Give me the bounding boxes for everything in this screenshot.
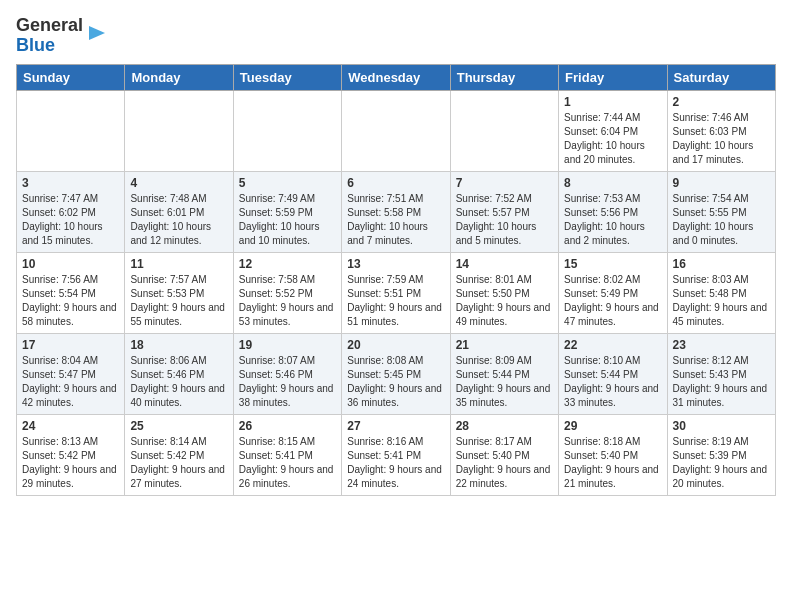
calendar-cell: 13Sunrise: 7:59 AMSunset: 5:51 PMDayligh… [342, 252, 450, 333]
svg-marker-0 [89, 26, 105, 40]
calendar-cell: 11Sunrise: 7:57 AMSunset: 5:53 PMDayligh… [125, 252, 233, 333]
calendar-cell: 18Sunrise: 8:06 AMSunset: 5:46 PMDayligh… [125, 333, 233, 414]
weekday-header-row: SundayMondayTuesdayWednesdayThursdayFrid… [17, 64, 776, 90]
day-number: 13 [347, 257, 444, 271]
day-number: 29 [564, 419, 661, 433]
calendar-cell: 3Sunrise: 7:47 AMSunset: 6:02 PMDaylight… [17, 171, 125, 252]
day-number: 2 [673, 95, 770, 109]
cell-info: Sunrise: 8:06 AMSunset: 5:46 PMDaylight:… [130, 354, 227, 410]
calendar-cell [450, 90, 558, 171]
calendar-cell: 12Sunrise: 7:58 AMSunset: 5:52 PMDayligh… [233, 252, 341, 333]
cell-info: Sunrise: 7:47 AMSunset: 6:02 PMDaylight:… [22, 192, 119, 248]
day-number: 30 [673, 419, 770, 433]
cell-info: Sunrise: 8:10 AMSunset: 5:44 PMDaylight:… [564, 354, 661, 410]
calendar-cell [233, 90, 341, 171]
calendar-cell: 6Sunrise: 7:51 AMSunset: 5:58 PMDaylight… [342, 171, 450, 252]
calendar-cell: 14Sunrise: 8:01 AMSunset: 5:50 PMDayligh… [450, 252, 558, 333]
calendar-table: SundayMondayTuesdayWednesdayThursdayFrid… [16, 64, 776, 496]
cell-info: Sunrise: 7:53 AMSunset: 5:56 PMDaylight:… [564, 192, 661, 248]
calendar-cell: 22Sunrise: 8:10 AMSunset: 5:44 PMDayligh… [559, 333, 667, 414]
cell-info: Sunrise: 7:48 AMSunset: 6:01 PMDaylight:… [130, 192, 227, 248]
cell-info: Sunrise: 8:18 AMSunset: 5:40 PMDaylight:… [564, 435, 661, 491]
calendar-cell: 8Sunrise: 7:53 AMSunset: 5:56 PMDaylight… [559, 171, 667, 252]
day-number: 23 [673, 338, 770, 352]
day-number: 9 [673, 176, 770, 190]
calendar-week-row-1: 1Sunrise: 7:44 AMSunset: 6:04 PMDaylight… [17, 90, 776, 171]
cell-info: Sunrise: 7:49 AMSunset: 5:59 PMDaylight:… [239, 192, 336, 248]
cell-info: Sunrise: 8:12 AMSunset: 5:43 PMDaylight:… [673, 354, 770, 410]
cell-info: Sunrise: 7:57 AMSunset: 5:53 PMDaylight:… [130, 273, 227, 329]
calendar-cell: 23Sunrise: 8:12 AMSunset: 5:43 PMDayligh… [667, 333, 775, 414]
day-number: 17 [22, 338, 119, 352]
cell-info: Sunrise: 8:04 AMSunset: 5:47 PMDaylight:… [22, 354, 119, 410]
calendar-cell: 19Sunrise: 8:07 AMSunset: 5:46 PMDayligh… [233, 333, 341, 414]
cell-info: Sunrise: 8:02 AMSunset: 5:49 PMDaylight:… [564, 273, 661, 329]
day-number: 27 [347, 419, 444, 433]
day-number: 1 [564, 95, 661, 109]
cell-info: Sunrise: 8:19 AMSunset: 5:39 PMDaylight:… [673, 435, 770, 491]
weekday-header-saturday: Saturday [667, 64, 775, 90]
logo: General Blue [16, 16, 107, 56]
calendar-cell [125, 90, 233, 171]
weekday-header-monday: Monday [125, 64, 233, 90]
day-number: 16 [673, 257, 770, 271]
cell-info: Sunrise: 7:59 AMSunset: 5:51 PMDaylight:… [347, 273, 444, 329]
calendar-cell: 28Sunrise: 8:17 AMSunset: 5:40 PMDayligh… [450, 414, 558, 495]
cell-info: Sunrise: 7:58 AMSunset: 5:52 PMDaylight:… [239, 273, 336, 329]
calendar-cell [17, 90, 125, 171]
day-number: 5 [239, 176, 336, 190]
calendar-cell: 9Sunrise: 7:54 AMSunset: 5:55 PMDaylight… [667, 171, 775, 252]
page-header: General Blue [16, 16, 776, 56]
cell-info: Sunrise: 8:09 AMSunset: 5:44 PMDaylight:… [456, 354, 553, 410]
calendar-cell: 15Sunrise: 8:02 AMSunset: 5:49 PMDayligh… [559, 252, 667, 333]
calendar-week-row-3: 10Sunrise: 7:56 AMSunset: 5:54 PMDayligh… [17, 252, 776, 333]
calendar-week-row-5: 24Sunrise: 8:13 AMSunset: 5:42 PMDayligh… [17, 414, 776, 495]
day-number: 7 [456, 176, 553, 190]
weekday-header-wednesday: Wednesday [342, 64, 450, 90]
day-number: 22 [564, 338, 661, 352]
calendar-cell: 10Sunrise: 7:56 AMSunset: 5:54 PMDayligh… [17, 252, 125, 333]
weekday-header-sunday: Sunday [17, 64, 125, 90]
cell-info: Sunrise: 7:52 AMSunset: 5:57 PMDaylight:… [456, 192, 553, 248]
calendar-cell: 4Sunrise: 7:48 AMSunset: 6:01 PMDaylight… [125, 171, 233, 252]
calendar-cell: 20Sunrise: 8:08 AMSunset: 5:45 PMDayligh… [342, 333, 450, 414]
day-number: 18 [130, 338, 227, 352]
weekday-header-thursday: Thursday [450, 64, 558, 90]
calendar-cell: 17Sunrise: 8:04 AMSunset: 5:47 PMDayligh… [17, 333, 125, 414]
calendar-cell: 21Sunrise: 8:09 AMSunset: 5:44 PMDayligh… [450, 333, 558, 414]
calendar-cell: 27Sunrise: 8:16 AMSunset: 5:41 PMDayligh… [342, 414, 450, 495]
cell-info: Sunrise: 7:44 AMSunset: 6:04 PMDaylight:… [564, 111, 661, 167]
calendar-cell: 26Sunrise: 8:15 AMSunset: 5:41 PMDayligh… [233, 414, 341, 495]
cell-info: Sunrise: 7:51 AMSunset: 5:58 PMDaylight:… [347, 192, 444, 248]
calendar-cell: 30Sunrise: 8:19 AMSunset: 5:39 PMDayligh… [667, 414, 775, 495]
cell-info: Sunrise: 7:46 AMSunset: 6:03 PMDaylight:… [673, 111, 770, 167]
calendar-week-row-4: 17Sunrise: 8:04 AMSunset: 5:47 PMDayligh… [17, 333, 776, 414]
day-number: 19 [239, 338, 336, 352]
cell-info: Sunrise: 8:03 AMSunset: 5:48 PMDaylight:… [673, 273, 770, 329]
cell-info: Sunrise: 8:13 AMSunset: 5:42 PMDaylight:… [22, 435, 119, 491]
calendar-cell: 16Sunrise: 8:03 AMSunset: 5:48 PMDayligh… [667, 252, 775, 333]
calendar-cell: 2Sunrise: 7:46 AMSunset: 6:03 PMDaylight… [667, 90, 775, 171]
day-number: 10 [22, 257, 119, 271]
logo-arrow-icon [85, 22, 107, 44]
day-number: 6 [347, 176, 444, 190]
day-number: 11 [130, 257, 227, 271]
day-number: 28 [456, 419, 553, 433]
day-number: 24 [22, 419, 119, 433]
cell-info: Sunrise: 8:15 AMSunset: 5:41 PMDaylight:… [239, 435, 336, 491]
calendar-cell: 1Sunrise: 7:44 AMSunset: 6:04 PMDaylight… [559, 90, 667, 171]
day-number: 3 [22, 176, 119, 190]
day-number: 14 [456, 257, 553, 271]
logo-general: General [16, 15, 83, 35]
calendar-cell: 29Sunrise: 8:18 AMSunset: 5:40 PMDayligh… [559, 414, 667, 495]
logo-text: General Blue [16, 16, 83, 56]
day-number: 25 [130, 419, 227, 433]
calendar-cell: 7Sunrise: 7:52 AMSunset: 5:57 PMDaylight… [450, 171, 558, 252]
calendar-cell: 25Sunrise: 8:14 AMSunset: 5:42 PMDayligh… [125, 414, 233, 495]
calendar-cell: 5Sunrise: 7:49 AMSunset: 5:59 PMDaylight… [233, 171, 341, 252]
logo-blue: Blue [16, 35, 55, 55]
cell-info: Sunrise: 8:08 AMSunset: 5:45 PMDaylight:… [347, 354, 444, 410]
cell-info: Sunrise: 7:56 AMSunset: 5:54 PMDaylight:… [22, 273, 119, 329]
calendar-cell: 24Sunrise: 8:13 AMSunset: 5:42 PMDayligh… [17, 414, 125, 495]
day-number: 15 [564, 257, 661, 271]
